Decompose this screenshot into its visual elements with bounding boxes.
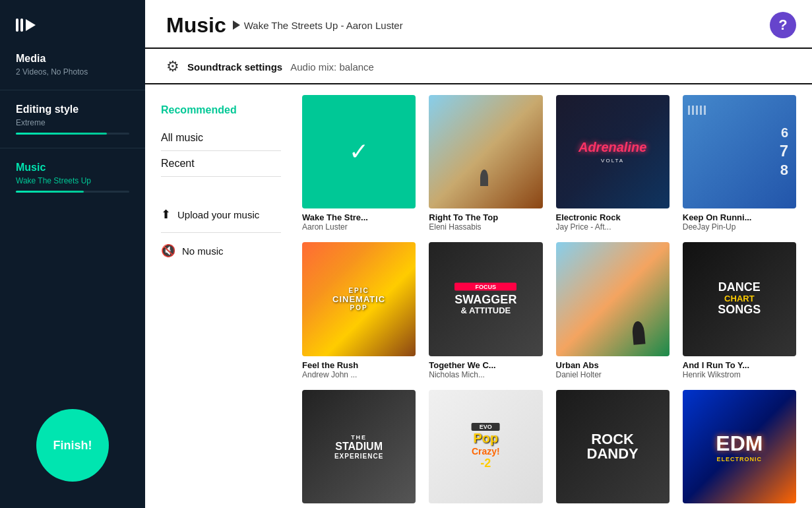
music-card[interactable]: DANCE CHART SONGS And I Run To Y... Henr… [683,242,796,379]
track-artist: DeeJay Pin-Up [683,222,796,232]
nav-upload[interactable]: ⬆ Upload your music [161,197,281,233]
track-title: Together We C... [429,360,542,370]
track-title: Electronic Rock [556,212,670,222]
content-area: Recommended All music Recent ⬆ Upload yo… [145,84,812,508]
app-logo [0,0,145,53]
music-nav: Recommended All music Recent ⬆ Upload yo… [145,84,297,508]
music-card[interactable]: ROCK DANDY Squat Run Frederic Vitani [556,390,670,509]
editing-sub: Extreme [16,118,129,127]
track-title: Urban Abs [556,360,670,370]
logo-bar-left [16,18,18,32]
track-artist: Eleni Hassabis [429,222,542,232]
music-sub: Wake The Streets Up [16,176,129,185]
finish-button[interactable]: Finish! [36,409,109,482]
logo-play-icon [26,19,36,31]
music-card[interactable]: 6 7 8 Keep On Runni... DeeJay Pin-Up [683,95,796,232]
track-artist: Andrew John ... [302,370,416,379]
track-title: Wake The Stre... [302,212,416,222]
music-card[interactable]: EPIC CINEMATIC POP Feel the Rush Andrew … [302,242,416,379]
music-card[interactable]: FOCUS SWAGGER & ATTITUDE Together We C..… [429,242,542,379]
sidebar-music-section: Music Wake The Streets Up [0,148,145,206]
music-card[interactable]: ✓ Wake The Stre... Aaron Luster [302,95,416,232]
music-bar [16,191,129,193]
soundtrack-row: ⚙ Soundtrack settings Audio mix: balance [145,49,812,84]
music-card[interactable]: Adrenaline VOLTA Electronic Rock Jay Pri… [556,95,670,232]
main-header: Music Wake The Streets Up - Aaron Luster… [145,0,812,49]
page-title: Music [166,13,226,38]
track-title: Feel the Rush [302,360,416,370]
upload-icon: ⬆ [161,207,171,222]
logo-icon [16,18,37,32]
editing-style-fill [16,133,107,135]
logo-bar-mid [20,18,23,32]
gear-icon: ⚙ [166,58,179,75]
sidebar-editing-section: Editing style Extreme [0,90,145,148]
music-card[interactable]: Right To The Top Eleni Hassabis [429,95,542,232]
music-card[interactable]: THE STADIUM EXPERIENCE Breathe Move ... … [302,390,416,509]
track-artist: Henrik Wikstrom [683,370,796,379]
track-artist: Jay Price - Aft... [556,222,670,232]
track-artist: Nicholas Mich... [429,370,542,379]
nav-recent[interactable]: Recent [161,151,281,177]
track-artist: Daniel Holter [556,370,670,379]
finish-button-wrapper: Finish! [36,409,109,482]
upload-label: Upload your music [177,209,259,220]
nav-no-music[interactable]: 🔇 No music [161,233,281,269]
now-playing: Wake The Streets Up - Aaron Luster [233,20,403,31]
selected-check-icon: ✓ [349,138,369,166]
sidebar-media-section: Media 2 Videos, No Photos [0,53,145,90]
music-card[interactable]: EDM ELECTRONIC Dancefloor Ro... Claude N… [683,390,796,509]
sidebar: Media 2 Videos, No Photos Editing style … [0,0,145,508]
track-artist: Aaron Luster [302,222,416,232]
music-card[interactable]: Urban Abs Daniel Holter [556,242,670,379]
media-sub: 2 Videos, No Photos [16,67,129,77]
track-title: And I Run To Y... [683,360,796,370]
music-title: Music [16,162,129,174]
editing-style-bar [16,133,129,135]
track-title: Keep On Runni... [683,212,796,222]
music-bar-fill [16,191,84,193]
music-grid-area: ✓ Wake The Stre... Aaron Luster Right To… [297,84,812,508]
music-grid: ✓ Wake The Stre... Aaron Luster Right To… [302,95,796,508]
music-card[interactable]: EVO Pop Crazy! -2 Strutting Your ... Bri… [429,390,542,509]
now-playing-text: Wake The Streets Up - Aaron Luster [244,20,403,31]
nav-recommended[interactable]: Recommended [161,98,281,123]
soundtrack-label[interactable]: Soundtrack settings [187,61,282,73]
nav-all-music[interactable]: All music [161,125,281,151]
editing-title: Editing style [16,104,129,115]
help-button[interactable]: ? [770,12,796,38]
media-title: Media [16,53,129,65]
no-music-label: No music [182,245,224,257]
title-row: Music Wake The Streets Up - Aaron Luster [166,13,403,38]
track-title: Right To The Top [429,212,542,222]
main-content: Music Wake The Streets Up - Aaron Luster… [145,0,812,508]
play-icon [233,20,240,30]
nomusic-icon: 🔇 [161,243,175,258]
audio-mix-label: Audio mix: balance [290,61,374,73]
